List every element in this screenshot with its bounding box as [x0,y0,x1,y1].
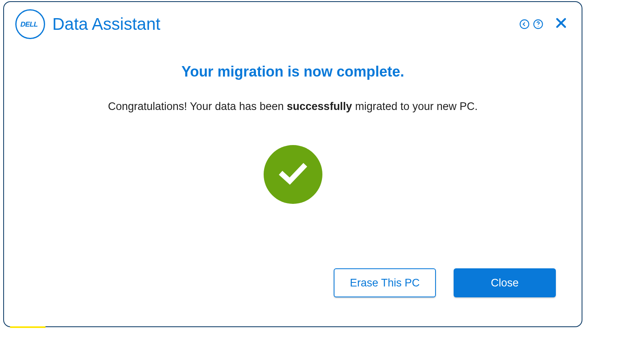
main-content: Your migration is now complete. Congratu… [4,38,582,268]
help-button[interactable] [533,19,544,30]
subtext-prefix: Congratulations! Your data has been [108,100,287,112]
subtext: Congratulations! Your data has been succ… [108,100,478,113]
svg-text:DELL: DELL [20,20,39,28]
accent-bar [10,326,45,328]
header: DELL Data Assistant [4,2,582,38]
header-controls [519,16,570,32]
svg-point-1 [520,20,529,29]
app-title: Data Assistant [52,15,160,34]
app-window: DELL Data Assistant [3,1,582,327]
success-checkmark-icon [264,145,322,204]
back-button[interactable] [519,19,530,30]
subtext-suffix: migrated to your new PC. [352,100,478,112]
headline: Your migration is now complete. [182,63,404,80]
close-window-button[interactable] [554,16,570,32]
erase-this-pc-button[interactable]: Erase This PC [334,268,436,297]
subtext-strong: successfully [287,100,352,112]
dell-logo-icon: DELL [15,9,45,39]
close-button[interactable]: Close [454,268,556,297]
svg-point-3 [538,26,539,27]
footer: Erase This PC Close [4,268,582,326]
